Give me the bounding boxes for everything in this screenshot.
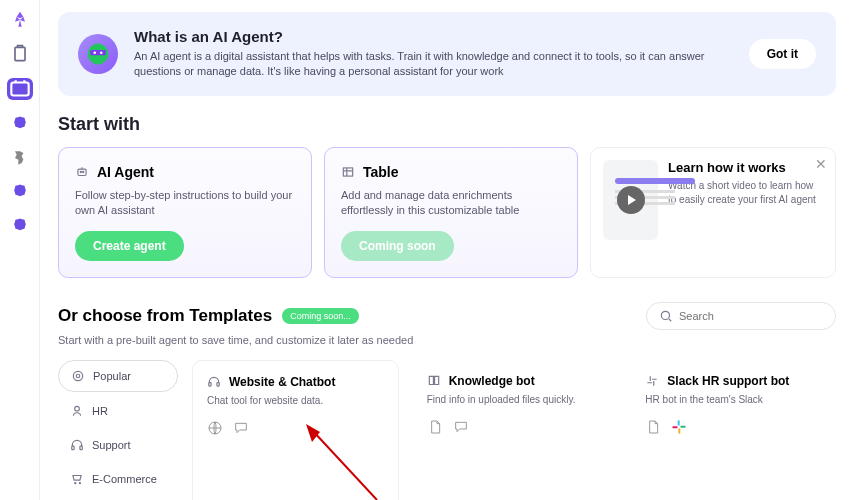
agent-card-title: AI Agent bbox=[97, 164, 154, 180]
svg-rect-14 bbox=[72, 446, 74, 450]
person-icon bbox=[70, 404, 84, 418]
file-icon bbox=[645, 419, 661, 435]
nav-agents-icon[interactable] bbox=[7, 78, 33, 100]
nav-clipboard-icon[interactable] bbox=[10, 44, 30, 64]
svg-rect-19 bbox=[209, 382, 211, 386]
templates-heading: Or choose from Templates bbox=[58, 306, 272, 326]
svg-rect-3 bbox=[90, 50, 106, 55]
category-list: Popular HR Support E-Commerce Business bbox=[58, 360, 178, 500]
svg-rect-1 bbox=[11, 83, 28, 96]
svg-point-5 bbox=[100, 51, 103, 54]
category-hr[interactable]: HR bbox=[58, 396, 178, 426]
start-heading: Start with bbox=[58, 114, 836, 135]
agent-card-desc: Follow step-by-step instructions to buil… bbox=[75, 188, 295, 219]
nav-brain-1-icon[interactable] bbox=[10, 114, 30, 134]
svg-rect-6 bbox=[78, 169, 86, 175]
svg-rect-22 bbox=[678, 420, 680, 425]
search-icon bbox=[659, 309, 673, 323]
template-title: Website & Chatbot bbox=[229, 375, 335, 389]
category-label: Popular bbox=[93, 370, 131, 382]
svg-point-8 bbox=[83, 171, 84, 172]
table-card[interactable]: Table Add and manage data enrichments ef… bbox=[324, 147, 578, 278]
template-desc: Find info in uploaded files quickly. bbox=[427, 394, 604, 405]
banner-body: An AI agent is a digital assistant that … bbox=[134, 49, 734, 80]
category-popular[interactable]: Popular bbox=[58, 360, 178, 392]
category-label: HR bbox=[92, 405, 108, 417]
svg-point-7 bbox=[80, 171, 81, 172]
template-title: Slack HR support bot bbox=[667, 374, 789, 388]
svg-rect-25 bbox=[673, 426, 678, 428]
template-website-chatbot[interactable]: Website & Chatbot Chat tool for website … bbox=[192, 360, 399, 500]
nav-brain-3-icon[interactable] bbox=[10, 216, 30, 236]
ai-agent-card[interactable]: AI Agent Follow step-by-step instruction… bbox=[58, 147, 312, 278]
search-input[interactable] bbox=[679, 310, 823, 322]
ninja-avatar-icon bbox=[78, 34, 118, 74]
category-label: Support bbox=[92, 439, 131, 451]
template-knowledge-bot[interactable]: Knowledge bot Find info in uploaded file… bbox=[413, 360, 618, 500]
headset-icon bbox=[207, 375, 221, 389]
table-card-title: Table bbox=[363, 164, 399, 180]
book-icon bbox=[427, 374, 441, 388]
coming-soon-badge: Coming soon... bbox=[282, 308, 359, 324]
svg-point-16 bbox=[75, 482, 76, 483]
template-desc: HR bot in the team's Slack bbox=[645, 394, 822, 405]
globe-icon bbox=[207, 420, 223, 436]
table-card-desc: Add and manage data enrichments effortle… bbox=[341, 188, 561, 219]
svg-rect-20 bbox=[217, 382, 219, 386]
banner-title: What is an AI Agent? bbox=[134, 28, 734, 45]
slack-outline-icon bbox=[645, 374, 659, 388]
chat-icon bbox=[233, 420, 249, 436]
file-icon bbox=[427, 419, 443, 435]
svg-point-13 bbox=[75, 406, 80, 411]
target-icon bbox=[71, 369, 85, 383]
table-icon bbox=[341, 165, 355, 179]
category-support[interactable]: Support bbox=[58, 430, 178, 460]
info-banner: What is an AI Agent? An AI agent is a di… bbox=[58, 12, 836, 96]
main-content: What is an AI Agent? An AI agent is a di… bbox=[40, 0, 854, 500]
svg-point-12 bbox=[76, 374, 80, 378]
template-desc: Chat tool for website data. bbox=[207, 395, 384, 406]
left-rail bbox=[0, 0, 40, 500]
category-ecommerce[interactable]: E-Commerce bbox=[58, 464, 178, 494]
templates-subtitle: Start with a pre-built agent to save tim… bbox=[58, 334, 836, 346]
chat-icon bbox=[453, 419, 469, 435]
video-thumbnail[interactable] bbox=[603, 160, 658, 240]
svg-point-10 bbox=[661, 311, 669, 319]
headset-icon bbox=[70, 438, 84, 452]
table-coming-soon-button: Coming soon bbox=[341, 231, 454, 261]
cart-icon bbox=[70, 472, 84, 486]
svg-rect-24 bbox=[679, 428, 681, 433]
template-title: Knowledge bot bbox=[449, 374, 535, 388]
robot-icon bbox=[75, 165, 89, 179]
got-it-button[interactable]: Got it bbox=[749, 39, 816, 69]
svg-point-4 bbox=[93, 51, 96, 54]
create-agent-button[interactable]: Create agent bbox=[75, 231, 184, 261]
template-slack-hr-bot[interactable]: Slack HR support bot HR bot in the team'… bbox=[631, 360, 836, 500]
play-icon[interactable] bbox=[617, 186, 645, 214]
template-search[interactable] bbox=[646, 302, 836, 330]
svg-rect-23 bbox=[681, 425, 686, 427]
category-label: E-Commerce bbox=[92, 473, 157, 485]
nav-muscle-icon[interactable] bbox=[10, 148, 30, 168]
svg-rect-15 bbox=[80, 446, 82, 450]
svg-rect-9 bbox=[343, 168, 352, 176]
learn-title: Learn how it works bbox=[668, 160, 823, 175]
slack-icon bbox=[671, 419, 687, 435]
close-icon[interactable]: ✕ bbox=[815, 156, 827, 172]
nav-brain-2-icon[interactable] bbox=[10, 182, 30, 202]
svg-rect-0 bbox=[15, 47, 25, 60]
svg-point-17 bbox=[79, 482, 80, 483]
learn-card[interactable]: ✕ Learn how it works Watch a short video… bbox=[590, 147, 836, 278]
logo-icon[interactable] bbox=[10, 10, 30, 30]
svg-point-11 bbox=[73, 371, 82, 380]
